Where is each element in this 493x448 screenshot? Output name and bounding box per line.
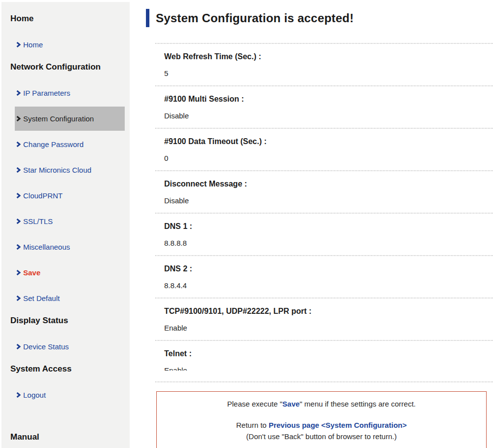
sidebar-item-label: Device Status [23, 341, 69, 352]
main-content: System Configuration is accepted! Web Re… [146, 0, 493, 448]
setting-label: DNS 2 : [164, 264, 493, 274]
setting-row-web-refresh-time: Web Refresh Time (Sec.) : 5 [155, 44, 493, 86]
chevron-right-icon [16, 270, 21, 275]
chevron-right-icon [16, 344, 21, 349]
setting-label: #9100 Data Timeout (Sec.) : [164, 137, 493, 147]
setting-value: 5 [164, 69, 493, 78]
chevron-right-icon [16, 167, 21, 173]
chevron-right-icon [16, 219, 21, 224]
chevron-right-icon [16, 296, 21, 301]
chevron-right-icon [16, 193, 21, 198]
setting-row-9100-multi-session: #9100 Multi Session : Disable [155, 86, 493, 129]
setting-value: Disable [164, 196, 493, 206]
sidebar-item-ip-parameters[interactable]: IP Parameters [15, 88, 125, 98]
notice-text: Please execute " [227, 400, 282, 408]
sidebar-header-display-status: Display Status [10, 315, 130, 326]
setting-value: Disable [164, 111, 493, 121]
chevron-right-icon [16, 116, 21, 121]
setting-label: Disconnect Message : [164, 179, 493, 189]
sidebar-item-logout[interactable]: Logout [15, 390, 125, 400]
sidebar-item-label: Logout [23, 390, 46, 400]
notice-text: " menu if these settings are correct. [300, 400, 416, 408]
sidebar-item-label: System Configuration [23, 113, 94, 124]
setting-row-telnet: Telnet : Enable [155, 341, 493, 371]
sidebar-item-set-default[interactable]: Set Default [15, 293, 125, 303]
sidebar-item-label: Change Password [23, 139, 84, 149]
settings-list: Web Refresh Time (Sec.) : 5 #9100 Multi … [155, 44, 493, 371]
chevron-right-icon [16, 90, 21, 96]
setting-value: Enable [164, 323, 493, 333]
setting-label: DNS 1 : [164, 222, 493, 231]
chevron-right-icon [16, 142, 21, 147]
sidebar-item-miscellaneous[interactable]: Miscellaneous [15, 242, 125, 252]
divider [155, 381, 493, 382]
notice-line-back-warning: (Don't use "Back" button of browser to r… [162, 431, 481, 442]
setting-row-dns-2: DNS 2 : 8.8.4.4 [155, 256, 493, 299]
page-title-text: System Configuration is accepted! [156, 9, 353, 27]
settings-section: Web Refresh Time (Sec.) : 5 #9100 Multi … [155, 43, 493, 448]
setting-value: 8.8.8.8 [164, 238, 493, 248]
chevron-right-icon [16, 392, 21, 398]
sidebar-header-home: Home [10, 13, 130, 24]
setting-label: Web Refresh Time (Sec.) : [164, 52, 493, 62]
sidebar-header-network-configuration: Network Configuration [10, 62, 130, 73]
sidebar-header-manual: Manual [10, 432, 130, 443]
sidebar-item-label: Star Micronics Cloud [23, 165, 91, 175]
notice-line-return: Return to Previous page <System Configur… [162, 419, 481, 431]
sidebar: Home Home Network Configuration IP Param… [1, 2, 130, 448]
save-link[interactable]: Save [282, 400, 300, 408]
sidebar-item-save[interactable]: Save [15, 267, 125, 278]
sidebar-header-system-access: System Access [10, 364, 130, 374]
previous-page-link[interactable]: Previous page <System Configuration> [269, 421, 407, 429]
sidebar-item-ssl-tls[interactable]: SSL/TLS [15, 216, 125, 226]
setting-label: Telnet : [164, 349, 493, 359]
chevron-right-icon [16, 244, 21, 250]
sidebar-item-cloudprnt[interactable]: CloudPRNT [15, 190, 125, 201]
sidebar-item-label: CloudPRNT [23, 190, 63, 201]
sidebar-item-label: Set Default [23, 293, 60, 303]
sidebar-item-label: Miscellaneous [23, 242, 70, 252]
setting-label: TCP#9100/9101, UDP#22222, LPR port : [164, 306, 493, 316]
sidebar-item-change-password[interactable]: Change Password [15, 139, 125, 149]
sidebar-item-label: IP Parameters [23, 88, 70, 98]
sidebar-item-system-configuration[interactable]: System Configuration [15, 107, 125, 131]
sidebar-item-label: SSL/TLS [23, 216, 53, 226]
setting-row-tcp-udp-lpr-port: TCP#9100/9101, UDP#22222, LPR port : Ena… [155, 299, 493, 341]
title-accent-bar [146, 9, 149, 27]
setting-row-dns-1: DNS 1 : 8.8.8.8 [155, 214, 493, 256]
setting-row-disconnect-message: Disconnect Message : Disable [155, 171, 493, 214]
setting-value: Enable [164, 366, 493, 371]
sidebar-item-label: Home [23, 39, 43, 50]
page-title: System Configuration is accepted! [146, 9, 493, 27]
notice-box: Please execute "Save" menu if these sett… [156, 391, 487, 448]
notice-text: Return to [236, 421, 269, 429]
sidebar-item-device-status[interactable]: Device Status [15, 341, 125, 352]
sidebar-item-label: Save [23, 267, 40, 278]
sidebar-item-home[interactable]: Home [15, 39, 125, 50]
setting-label: #9100 Multi Session : [164, 94, 493, 104]
sidebar-item-star-micronics-cloud[interactable]: Star Micronics Cloud [15, 165, 125, 175]
notice-line-save: Please execute "Save" menu if these sett… [162, 398, 481, 410]
setting-value: 8.8.4.4 [164, 281, 493, 291]
setting-row-9100-data-timeout: #9100 Data Timeout (Sec.) : 0 [155, 129, 493, 171]
setting-value: 0 [164, 153, 493, 163]
chevron-right-icon [16, 42, 21, 47]
